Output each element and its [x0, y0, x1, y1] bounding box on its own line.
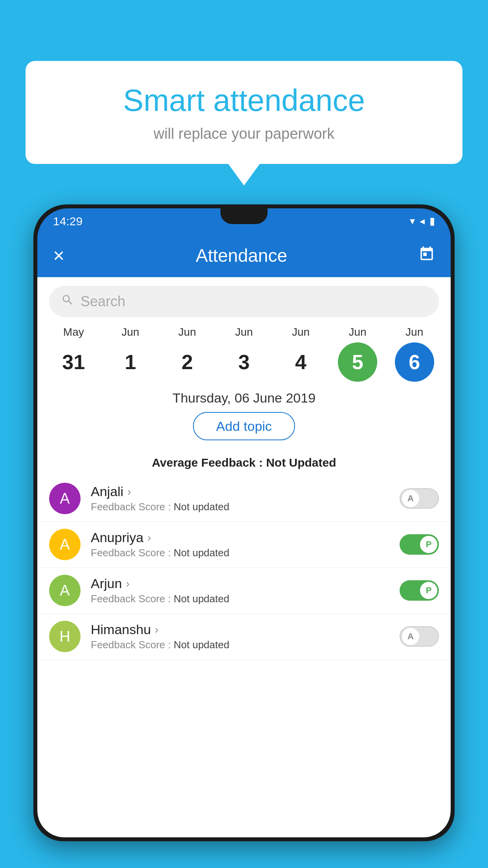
cal-date: 4	[281, 342, 321, 382]
calendar-day[interactable]: Jun2	[163, 326, 211, 382]
cal-month: Jun	[121, 326, 139, 338]
student-avatar: A	[49, 575, 81, 606]
cal-date: 1	[111, 342, 150, 382]
student-name: Anjali ›	[91, 484, 389, 499]
student-item[interactable]: HHimanshu ›Feedback Score : Not updatedA	[37, 614, 451, 660]
avg-feedback: Average Feedback : Not Updated	[37, 456, 451, 469]
cal-month: Jun	[292, 326, 310, 338]
status-time: 14:29	[53, 215, 83, 228]
student-item[interactable]: AAnupriya ›Feedback Score : Not updatedP	[37, 522, 451, 568]
student-avatar: A	[49, 483, 81, 514]
student-info: Anupriya ›Feedback Score : Not updated	[91, 530, 389, 559]
speech-bubble: Smart attendance will replace your paper…	[26, 61, 462, 164]
cal-date: 31	[54, 342, 93, 382]
attendance-toggle[interactable]: P	[400, 580, 439, 601]
cal-date: 2	[167, 342, 207, 382]
phone-notch	[220, 208, 268, 224]
calendar-day[interactable]: Jun5	[334, 326, 381, 382]
speech-bubble-arrow	[228, 164, 260, 186]
status-icons: ▾ ◂ ▮	[410, 215, 435, 227]
chevron-icon: ›	[127, 485, 131, 498]
student-list: AAnjali ›Feedback Score : Not updatedAAA…	[37, 476, 451, 660]
student-feedback: Feedback Score : Not updated	[91, 593, 389, 605]
avg-feedback-label: Average Feedback :	[152, 456, 262, 469]
search-icon	[61, 293, 74, 310]
calendar-day[interactable]: Jun6	[391, 326, 438, 382]
toggle-knob: P	[420, 582, 437, 599]
avg-feedback-value: Not Updated	[266, 456, 336, 469]
search-placeholder: Search	[81, 293, 125, 310]
cal-date: 3	[224, 342, 264, 382]
chevron-icon: ›	[147, 531, 151, 544]
toggle-knob: P	[420, 536, 437, 553]
app-title: Attendance	[196, 245, 287, 266]
phone-inner: 14:29 ▾ ◂ ▮ × Attendance	[37, 208, 451, 837]
calendar-icon[interactable]	[418, 246, 435, 266]
signal-icon: ◂	[420, 215, 425, 227]
app-bar: × Attendance	[37, 234, 451, 277]
toggle-knob: A	[402, 490, 419, 507]
student-item[interactable]: AAnjali ›Feedback Score : Not updatedA	[37, 476, 451, 522]
cal-date: 5	[338, 342, 377, 382]
search-bar[interactable]: Search	[49, 286, 439, 317]
attendance-toggle[interactable]: A	[400, 488, 439, 509]
calendar-day[interactable]: May31	[50, 326, 97, 382]
speech-bubble-title: Smart attendance	[49, 83, 439, 118]
speech-bubble-container: Smart attendance will replace your paper…	[26, 61, 462, 186]
phone-outer: 14:29 ▾ ◂ ▮ × Attendance	[33, 204, 455, 841]
calendar-day[interactable]: Jun4	[277, 326, 325, 382]
student-feedback: Feedback Score : Not updated	[91, 547, 389, 559]
attendance-toggle[interactable]: P	[400, 534, 439, 555]
student-info: Arjun ›Feedback Score : Not updated	[91, 576, 389, 605]
calendar-day[interactable]: Jun3	[220, 326, 268, 382]
cal-month: Jun	[349, 326, 367, 338]
student-avatar: A	[49, 529, 81, 560]
student-item[interactable]: AArjun ›Feedback Score : Not updatedP	[37, 568, 451, 614]
status-bar: 14:29 ▾ ◂ ▮	[37, 208, 451, 234]
student-feedback: Feedback Score : Not updated	[91, 639, 389, 651]
cal-date: 6	[395, 342, 434, 382]
calendar-day[interactable]: Jun1	[107, 326, 154, 382]
student-feedback: Feedback Score : Not updated	[91, 501, 389, 513]
student-name: Arjun ›	[91, 576, 389, 591]
chevron-icon: ›	[155, 623, 158, 636]
student-info: Anjali ›Feedback Score : Not updated	[91, 484, 389, 513]
cal-month: Jun	[178, 326, 196, 338]
close-icon[interactable]: ×	[53, 244, 64, 267]
toggle-knob: A	[402, 628, 419, 645]
chevron-icon: ›	[126, 577, 129, 590]
phone-container: 14:29 ▾ ◂ ▮ × Attendance	[33, 204, 455, 868]
wifi-icon: ▾	[410, 215, 415, 227]
add-topic-button[interactable]: Add topic	[193, 412, 295, 440]
attendance-toggle[interactable]: A	[400, 626, 439, 647]
screen-content: Search May31Jun1Jun2Jun3Jun4Jun5Jun6 Thu…	[37, 277, 451, 837]
selected-date: Thursday, 06 June 2019	[37, 382, 451, 412]
student-avatar: H	[49, 621, 81, 652]
student-name: Himanshu ›	[91, 622, 389, 637]
student-info: Himanshu ›Feedback Score : Not updated	[91, 622, 389, 651]
cal-month: Jun	[405, 326, 423, 338]
battery-icon: ▮	[429, 215, 435, 227]
calendar-strip: May31Jun1Jun2Jun3Jun4Jun5Jun6	[37, 317, 451, 382]
speech-bubble-subtitle: will replace your paperwork	[49, 125, 439, 142]
cal-month: Jun	[235, 326, 253, 338]
cal-month: May	[63, 326, 84, 338]
student-name: Anupriya ›	[91, 530, 389, 545]
